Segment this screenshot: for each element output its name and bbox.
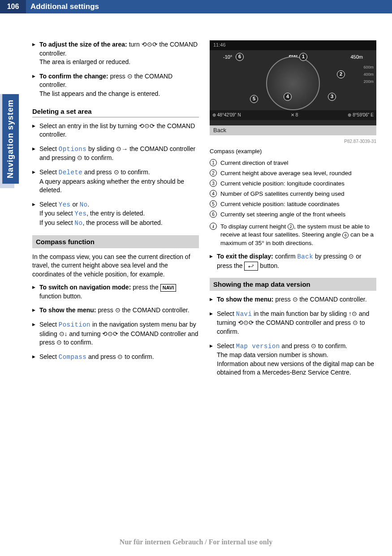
result-text: Information about new versions of the di… xyxy=(217,360,374,376)
ui-no: No xyxy=(80,201,88,208)
step-confirm-change: To confirm the change: press ⊙ the COMAN… xyxy=(32,72,199,99)
text: If you select xyxy=(39,219,75,226)
screen-latitude: 48°42'09" N xyxy=(217,112,241,117)
legend-4: 4Number of GPS satellites currently bein… xyxy=(210,190,376,198)
text: , the entry is deleted. xyxy=(86,210,145,217)
watermark: Nur für internen Gebrauch / For internal… xyxy=(0,537,392,547)
text: the COMAND controller. xyxy=(121,306,190,314)
legend-1: 1Current direction of travel xyxy=(210,159,376,168)
screen-steering-angle: -10° xyxy=(223,54,232,60)
press-icon: ⊙ xyxy=(127,72,133,81)
step-select-delete: Select Delete and press ⊙ to confirm. A … xyxy=(32,168,199,195)
press-icon: ⊙ xyxy=(293,295,298,304)
info-icon: i xyxy=(210,223,217,230)
result-text: The map data version number is shown. xyxy=(217,351,328,358)
ui-compass: Compass xyxy=(59,353,86,361)
press-icon: ⊙ xyxy=(349,252,354,261)
text: , the process will be aborted. xyxy=(82,219,162,226)
text: by pressing xyxy=(313,253,349,260)
lead-text: To confirm the change: xyxy=(39,73,108,80)
turn-icon: ⟲⊙⟳ xyxy=(142,40,158,49)
text: or xyxy=(71,201,80,208)
press-icon: ⊙ xyxy=(117,353,123,362)
step-show-menu-2: To show the menu: press ⊙ the COMAND con… xyxy=(210,295,376,304)
compass-dial xyxy=(266,56,320,110)
ui-position: Position xyxy=(59,321,90,328)
text: and turning xyxy=(68,330,103,337)
text: to confirm. xyxy=(62,339,93,346)
ref-2-icon: 2 xyxy=(288,224,294,230)
step-exit-display: To exit the display: confirm Back by pre… xyxy=(210,252,376,271)
lead-text: To switch on navigation mode: xyxy=(39,284,131,291)
step-yes-no: Select Yes or No. If you select Yes, the… xyxy=(32,200,199,228)
text: Select xyxy=(217,342,236,349)
text: confirm xyxy=(273,253,297,260)
section-map-data-version: Showing the map data version xyxy=(210,278,376,291)
side-tab-label: Navigation system xyxy=(2,94,19,184)
text: button. xyxy=(258,262,279,269)
marker-1-icon: 1 xyxy=(299,53,307,61)
text: Select xyxy=(39,145,59,152)
globe-icon: ⊕ xyxy=(212,112,217,117)
text: press xyxy=(274,296,293,303)
screen-back-bar: Back xyxy=(210,125,376,135)
text: the COMAND controller and press xyxy=(254,319,353,326)
screen-longitude: 8°59'06" E xyxy=(353,112,374,117)
press-icon: ⊙ xyxy=(114,168,119,177)
step-select-position: Select Position in the navigation system… xyxy=(32,320,199,347)
text: and press xyxy=(82,168,113,176)
press-icon: ⊙ xyxy=(77,154,82,163)
press-icon: ⊙ xyxy=(353,319,358,328)
text: in the main function bar by sliding xyxy=(252,310,349,317)
page-title: Additional settings xyxy=(30,1,99,12)
marker-5-icon: 5 xyxy=(250,95,258,103)
text: press the xyxy=(131,284,160,291)
left-column: To adjust the size of the area: turn ⟲⊙⟳… xyxy=(32,40,199,383)
marker-2-icon: 2 xyxy=(337,70,345,78)
step-select-map-version: Select Map version and press ⊙ to confir… xyxy=(210,342,376,377)
text: If you select xyxy=(39,210,75,217)
legend-6: 6Currently set steering angle of the fro… xyxy=(210,211,376,219)
text: to confirm. xyxy=(119,168,150,176)
text: to confirm. xyxy=(82,154,113,161)
ui-options: Options xyxy=(59,146,86,153)
text: the COMAND controller. xyxy=(298,296,367,303)
step-adjust-size: To adjust the size of the area: turn ⟲⊙⟳… xyxy=(32,40,199,67)
step-nav-on: To switch on navigation mode: press the … xyxy=(32,283,199,301)
image-id: P82.87-3039-31 xyxy=(210,138,376,145)
step-select-options: Select Options by sliding ⊙→ the COMAND … xyxy=(32,145,199,163)
turn-icon: ⟲⊙⟳ xyxy=(139,122,155,131)
ui-no: No xyxy=(75,220,83,227)
legend-3: 3Current vehicle position: longitude coo… xyxy=(210,180,376,188)
screen-time: 11:46 xyxy=(213,42,226,48)
ui-back: Back xyxy=(297,253,313,260)
text: press xyxy=(96,306,115,314)
ui-delete: Delete xyxy=(59,169,82,176)
step-select-entry: Select an entry in the list by turning ⟲… xyxy=(32,122,199,139)
text: to confirm. xyxy=(123,353,154,360)
text: and press xyxy=(280,342,311,349)
text: and press xyxy=(86,353,117,360)
screen-distance: 450m xyxy=(350,54,363,60)
press-icon: ⊙ xyxy=(56,338,62,347)
text: press xyxy=(108,73,127,80)
globe-icon: ⊕ xyxy=(348,112,353,117)
legend-5: 5Current vehicle position: latitude coor… xyxy=(210,200,376,209)
info-note: i To display current height 2, the syste… xyxy=(210,223,376,248)
turn-icon: ⟲⊙⟳ xyxy=(238,319,254,328)
marker-6-icon: 6 xyxy=(236,53,244,61)
step-select-navi: Select Navi in the main function bar by … xyxy=(210,310,376,336)
result-text: The area is enlarged or reduced. xyxy=(39,58,130,65)
legend-2: 2Current height above average sea level,… xyxy=(210,169,376,178)
lead-text: To show the menu: xyxy=(217,296,274,303)
text: . xyxy=(88,201,90,208)
marker-3-icon: 3 xyxy=(328,93,336,101)
result-text: The list appears and the change is enter… xyxy=(39,90,160,97)
navi-button-icon: NAVI xyxy=(160,284,176,292)
text: To display current height xyxy=(220,223,288,230)
text: Select xyxy=(39,168,59,176)
slide-up-icon: ↑⊙ xyxy=(349,310,357,319)
turn-icon: ⟲⊙⟳ xyxy=(102,330,118,339)
step-select-compass: Select Compass and press ⊙ to confirm. xyxy=(32,353,199,362)
slide-down-icon: ⊙↓ xyxy=(59,330,68,339)
